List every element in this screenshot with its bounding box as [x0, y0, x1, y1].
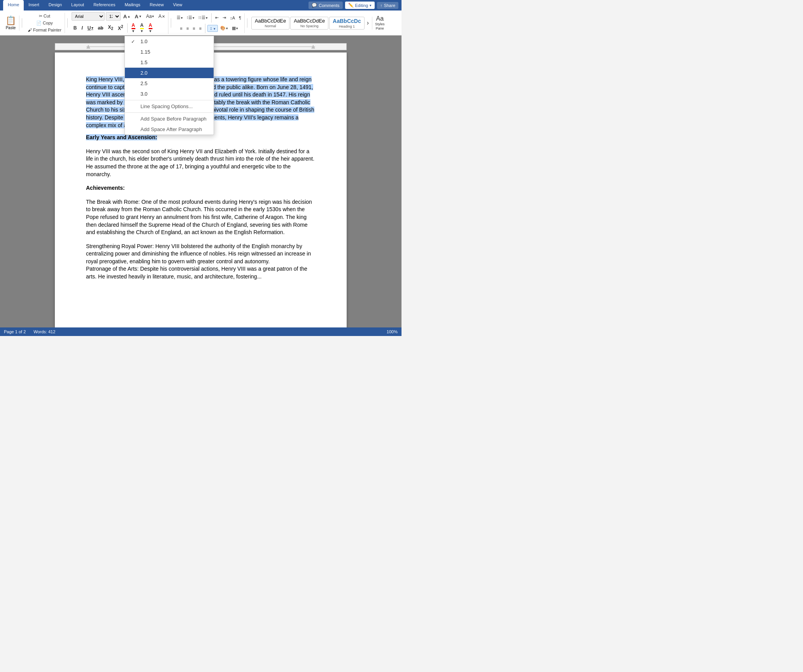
cut-button[interactable]: ✂ Cut	[37, 13, 52, 19]
line-spacing-options-label: Line Spacing Options...	[140, 103, 193, 109]
multilevel-list-button[interactable]: ⁝⁝☰ ▾	[197, 14, 209, 21]
change-case-button[interactable]: Aa ▾	[144, 13, 156, 20]
line-spacing-2-0[interactable]: 2.0	[125, 68, 214, 78]
share-icon: ↑	[380, 3, 382, 8]
early-years-heading: Early Years and Ascension:	[86, 134, 316, 142]
paragraph-group: ☰ ▾ ⁝☰ ▾ ⁝⁝☰ ▾ ⇤ ⇥ ↕A ¶ ≡ ≡ ≡ ≡ ↕ ▾ 🎨 ▾ …	[174, 13, 245, 33]
tab-design[interactable]: Design	[44, 0, 67, 10]
decrease-indent-button[interactable]: ⇤	[214, 14, 220, 21]
editing-label: Editing	[355, 3, 368, 8]
dropdown-divider-1	[125, 100, 214, 100]
font-name-select[interactable]: Arial	[72, 12, 105, 21]
styles-pane-icon: Aa	[376, 15, 384, 22]
underline-button[interactable]: U ▾	[86, 24, 95, 32]
spacing-3-0-label: 3.0	[140, 91, 147, 97]
line-spacing-1-0[interactable]: ✓ 1.0	[125, 36, 214, 47]
borders-button[interactable]: ▦ ▾	[230, 25, 240, 32]
style-no-spacing[interactable]: AaBbCcDdEe No Spacing	[290, 17, 328, 30]
sort-button[interactable]: ↕A	[228, 15, 237, 21]
styles-pane-label: StylesPane	[375, 22, 385, 31]
line-spacing-button[interactable]: ↕ ▾	[207, 25, 217, 32]
line-spacing-1-15[interactable]: 1.15	[125, 47, 214, 57]
comments-label: Comments	[319, 3, 339, 8]
toolbar-row1: 📋 Paste ✂ Cut 📄 Copy 🖌 Format Painter Ar…	[0, 10, 402, 35]
tab-review[interactable]: Review	[145, 0, 168, 10]
line-spacing-3-0[interactable]: 3.0	[125, 89, 214, 99]
style-heading1[interactable]: AaBbCcDc Heading 1	[329, 17, 364, 30]
para-henry-second-son: Henry VIII was the second son of King He…	[86, 148, 316, 178]
para-patronage: Patronage of the Arts: Despite his contr…	[86, 265, 316, 280]
check-1-15-icon	[131, 49, 137, 55]
check-3-0-icon	[131, 91, 137, 97]
more-styles-button[interactable]: ›	[365, 19, 370, 27]
paste-group: 📋 Paste	[2, 16, 19, 31]
paragraph-mark-button[interactable]: ¶	[237, 15, 243, 21]
italic-button[interactable]: I	[79, 24, 84, 32]
highlight-color-button[interactable]: A ▾	[138, 22, 146, 34]
decrease-font-button[interactable]: A▼	[133, 13, 143, 20]
font-group: Arial 12 A▲ A▼ Aa ▾ A✕ B I U ▾ ab X2 X2 …	[70, 12, 168, 34]
line-spacing-1-5[interactable]: 1.5	[125, 57, 214, 68]
check-2-0-icon	[131, 70, 137, 76]
editing-button[interactable]: ✏️ Editing ▾	[345, 2, 375, 9]
comment-icon: 💬	[312, 3, 317, 8]
status-bar: Page 1 of 2 Words: 412 100%	[0, 327, 402, 336]
font-size-select[interactable]: 12	[106, 12, 121, 21]
subscript-button[interactable]: X2	[106, 24, 116, 32]
share-button[interactable]: ↑ Share	[377, 2, 398, 9]
para-break-with-rome: The Break with Rome: One of the most pro…	[86, 198, 316, 236]
empty-check-icon	[131, 104, 137, 109]
add-space-after-item[interactable]: Add Space After Paragraph	[125, 124, 214, 135]
align-center-button[interactable]: ≡	[185, 25, 190, 32]
copy-button[interactable]: 📄 Copy	[35, 20, 54, 26]
style-normal[interactable]: AaBbCcDdEe Normal	[251, 17, 289, 30]
increase-indent-button[interactable]: ⇥	[221, 14, 228, 21]
tab-mailings[interactable]: Mailings	[120, 0, 145, 10]
empty-check-after-icon	[131, 127, 137, 132]
increase-font-button[interactable]: A▲	[122, 13, 132, 20]
paste-icon: 📋	[5, 16, 16, 25]
zoom-level: 100%	[387, 329, 398, 334]
shading-button[interactable]: 🎨 ▾	[219, 25, 230, 32]
tab-references[interactable]: References	[89, 0, 120, 10]
tab-layout[interactable]: Layout	[67, 0, 89, 10]
achievements-heading: Achievements:	[86, 184, 316, 192]
numbering-button[interactable]: ⁝☰ ▾	[185, 14, 196, 21]
check-1-5-icon	[131, 60, 137, 65]
format-painter-button[interactable]: 🖌 Format Painter	[26, 27, 63, 33]
dropdown-divider-2	[125, 112, 214, 113]
spacing-1-5-label: 1.5	[140, 60, 147, 65]
spacing-1-15-label: 1.15	[140, 49, 150, 55]
font-color-button[interactable]: A ▾	[130, 22, 137, 34]
add-space-before-label: Add Space Before Paragraph	[140, 116, 207, 122]
clipboard-group: ✂ Cut 📄 Copy 🖌 Format Painter	[25, 13, 65, 33]
ribbon-right-buttons: 💬 Comments ✏️ Editing ▾ ↑ Share	[305, 0, 402, 10]
tab-view[interactable]: View	[168, 0, 187, 10]
check-1-0-icon: ✓	[131, 39, 137, 44]
strikethrough-button[interactable]: ab	[96, 24, 105, 32]
line-spacing-dropdown: ✓ 1.0 1.15 1.5 2.0 2.5 3.0 Line Spacing …	[124, 36, 214, 135]
tab-home[interactable]: Home	[3, 0, 24, 10]
justify-button[interactable]: ≡	[198, 25, 203, 32]
paste-label[interactable]: Paste	[6, 26, 16, 30]
add-space-after-label: Add Space After Paragraph	[140, 126, 202, 132]
line-spacing-2-5[interactable]: 2.5	[125, 78, 214, 89]
line-spacing-options-item[interactable]: Line Spacing Options...	[125, 101, 214, 112]
share-label: Share	[384, 3, 395, 8]
selected-heading-text: Early Years and Ascension:	[86, 134, 157, 140]
superscript-button[interactable]: X2	[116, 24, 125, 32]
bullets-button[interactable]: ☰ ▾	[175, 14, 184, 21]
page-info: Page 1 of 2	[4, 329, 26, 334]
text-color-button[interactable]: A ▾	[147, 22, 154, 34]
styles-pane-button[interactable]: Aa StylesPane	[373, 14, 386, 32]
comments-button[interactable]: 💬 Comments	[309, 2, 342, 9]
align-right-button[interactable]: ≡	[191, 25, 196, 32]
clear-formatting-button[interactable]: A✕	[157, 13, 167, 20]
bold-button[interactable]: B	[72, 24, 79, 32]
tab-insert[interactable]: Insert	[24, 0, 44, 10]
spacing-1-0-label: 1.0	[140, 38, 147, 44]
align-left-button[interactable]: ≡	[179, 25, 184, 32]
add-space-before-item[interactable]: Add Space Before Paragraph	[125, 114, 214, 124]
para-strengthening-power: Strengthening Royal Power: Henry VIII bo…	[86, 243, 316, 266]
empty-check-before-icon	[131, 116, 137, 122]
